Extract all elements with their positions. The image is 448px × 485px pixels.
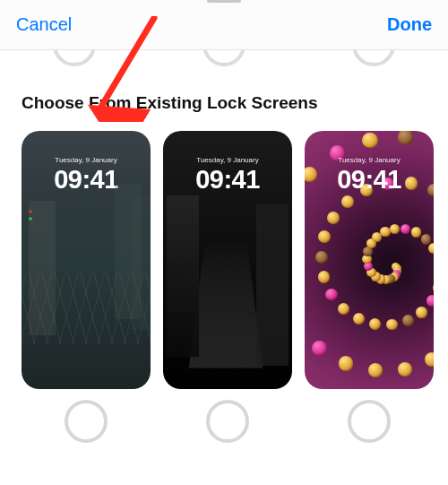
lockscreen-thumbnail-city[interactable]: Tuesday, 9 January 09:41 [22, 131, 151, 389]
navigation-bar: Cancel Done [0, 0, 448, 50]
lockscreen-thumbnail-dark[interactable]: Tuesday, 9 January 09:41 [163, 131, 292, 389]
lockscreen-date: Tuesday, 9 January [163, 156, 292, 164]
lockscreen-thumbnail-emoji[interactable]: Tuesday, 9 January 09:41 [305, 131, 434, 389]
lockscreen-thumbnails: Tuesday, 9 January 09:41 Tuesday, 9 Janu… [0, 131, 448, 389]
lockscreen-time: 09:41 [22, 165, 151, 195]
cancel-button[interactable]: Cancel [16, 14, 72, 35]
lockscreen-time: 09:41 [305, 165, 434, 195]
select-radio[interactable] [206, 400, 249, 443]
select-radio[interactable] [348, 400, 391, 443]
done-button[interactable]: Done [387, 14, 432, 35]
sheet-grabber[interactable] [207, 0, 241, 3]
lockscreen-date: Tuesday, 9 January [22, 156, 151, 164]
previous-row-peek [0, 54, 448, 66]
selection-radio-row [0, 389, 448, 443]
lockscreen-time: 09:41 [163, 165, 292, 195]
decoration [29, 210, 32, 221]
lockscreen-date: Tuesday, 9 January [305, 156, 434, 164]
select-radio[interactable] [65, 400, 108, 443]
section-heading: Choose From Existing Lock Screens [22, 93, 448, 113]
